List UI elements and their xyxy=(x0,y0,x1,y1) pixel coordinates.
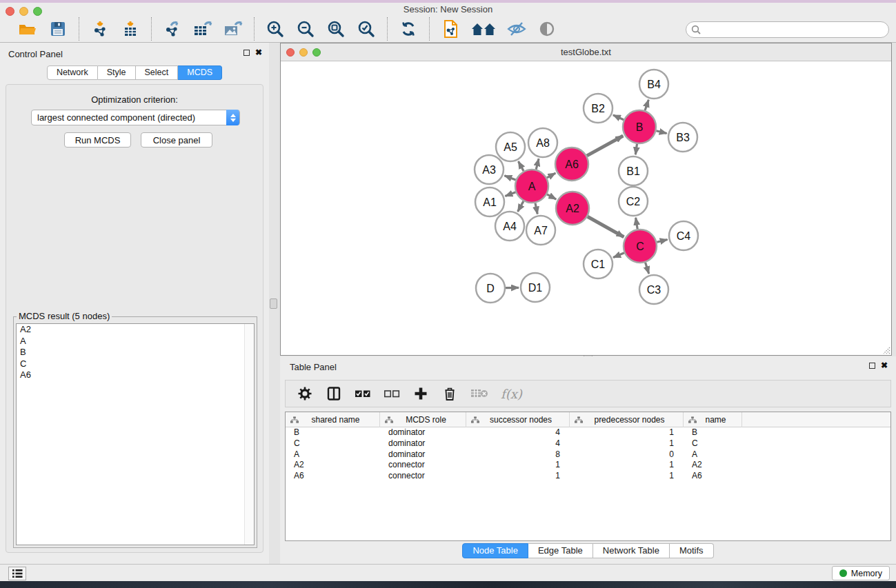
import-network-button[interactable] xyxy=(89,18,111,40)
tab-network-table[interactable]: Network Table xyxy=(593,543,670,558)
export-table-button[interactable] xyxy=(192,18,214,40)
graph-node-label: B3 xyxy=(676,132,690,143)
table-cell: A xyxy=(286,449,380,460)
graph-edge-A-A5[interactable] xyxy=(518,161,524,171)
result-item[interactable]: A6 xyxy=(17,369,254,381)
table-row[interactable]: Bdominator41B xyxy=(286,427,890,438)
table-cell: 1 xyxy=(570,427,684,438)
zoom-out-button[interactable] xyxy=(295,18,317,40)
result-scrollbar[interactable] xyxy=(244,324,254,545)
table-settings-button[interactable] xyxy=(297,385,313,403)
graph-edge-A-A4[interactable] xyxy=(518,201,524,212)
network-view-window: testGlobe.txt B4B2BB3A8A5A6A3B1AC2A1A2A4… xyxy=(280,43,892,356)
search-input[interactable] xyxy=(686,21,889,38)
zoom-fit-button[interactable] xyxy=(325,18,347,40)
table-cell: A2 xyxy=(286,460,380,471)
fx-icon: f(x) xyxy=(501,387,522,401)
tab-edge-table[interactable]: Edge Table xyxy=(528,543,593,558)
close-table-panel-icon[interactable]: ✖ xyxy=(881,363,888,369)
graph-edge-A-A2[interactable] xyxy=(547,194,556,199)
column-header-shared-name[interactable]: shared name xyxy=(286,412,380,427)
deselect-all-button[interactable] xyxy=(384,385,400,403)
result-item[interactable]: B xyxy=(17,347,254,358)
delete-table-button[interactable] xyxy=(470,385,488,403)
import-network-icon xyxy=(91,20,109,38)
open-session-button[interactable] xyxy=(17,18,39,40)
table-cell: A6 xyxy=(286,471,380,482)
tab-mcds[interactable]: MCDS xyxy=(178,65,222,80)
graph-node-label: C1 xyxy=(591,258,606,270)
hide-selected-button[interactable] xyxy=(506,18,528,40)
table-row[interactable]: A6connector11A6 xyxy=(286,471,890,482)
graph-edge-C-C3[interactable] xyxy=(646,263,649,274)
graph-edge-A-A1[interactable] xyxy=(505,192,515,196)
graph-edge-B-B1[interactable] xyxy=(635,144,637,154)
column-header-successor-nodes[interactable]: successor nodes xyxy=(466,412,570,427)
show-hidden-button[interactable] xyxy=(536,18,558,40)
uncheck-all-icon xyxy=(384,389,400,398)
table-header-row: shared nameMCDS rolesuccessor nodesprede… xyxy=(286,412,890,427)
show-columns-button[interactable] xyxy=(326,385,342,403)
table-cell: 1 xyxy=(466,471,570,482)
zoom-in-button[interactable] xyxy=(264,18,286,40)
tab-style[interactable]: Style xyxy=(98,65,136,80)
refresh-button[interactable] xyxy=(397,18,419,40)
tab-select[interactable]: Select xyxy=(136,65,179,80)
task-history-button[interactable] xyxy=(8,567,26,580)
save-session-button[interactable] xyxy=(47,18,69,40)
delete-column-button[interactable] xyxy=(441,385,458,403)
close-panel-button[interactable]: Close panel xyxy=(141,132,212,148)
result-item[interactable]: A2 xyxy=(17,324,254,336)
export-group xyxy=(152,17,254,41)
column-header-name[interactable]: name xyxy=(684,412,742,427)
table-row[interactable]: Adominator80A xyxy=(286,449,890,460)
import-table-button[interactable] xyxy=(119,18,141,40)
home-button[interactable] xyxy=(470,18,497,40)
function-builder-button[interactable]: f(x) xyxy=(501,385,522,403)
window-title: Session: New Session xyxy=(0,4,896,14)
tab-network[interactable]: Network xyxy=(47,65,98,80)
graph-node-label: A7 xyxy=(534,225,548,236)
result-item[interactable]: C xyxy=(17,358,254,370)
graph-edge-C-C4[interactable] xyxy=(657,240,667,243)
graph-edge-C-C1[interactable] xyxy=(613,253,624,258)
run-mcds-button[interactable]: Run MCDS xyxy=(64,132,131,148)
result-item[interactable]: A xyxy=(17,336,254,347)
graph-edge-A-A7[interactable] xyxy=(535,203,537,214)
graph-edge-B-B2[interactable] xyxy=(613,115,624,120)
network-window-titlebar: testGlobe.txt xyxy=(281,43,891,61)
graph-edge-A-A8[interactable] xyxy=(536,159,539,170)
memory-button[interactable]: Memory xyxy=(832,566,890,580)
close-panel-icon[interactable]: ✖ xyxy=(255,50,262,56)
graph-edge-B-B4[interactable] xyxy=(645,100,648,111)
resize-grip[interactable] xyxy=(881,345,890,354)
graph-edge-C-C2[interactable] xyxy=(636,218,638,230)
zoom-selected-button[interactable] xyxy=(355,18,377,40)
create-column-button[interactable] xyxy=(412,385,429,403)
graph-edge-A-A3[interactable] xyxy=(504,176,515,180)
graph-edge-A2-C[interactable] xyxy=(588,216,624,237)
graph-edge-A-A6[interactable] xyxy=(547,173,555,178)
shared-column-icon xyxy=(575,416,583,423)
float-panel-icon[interactable] xyxy=(243,50,250,56)
export-image-button[interactable] xyxy=(222,18,244,40)
tab-node-table[interactable]: Node Table xyxy=(462,543,528,558)
float-table-panel-icon[interactable] xyxy=(869,363,875,369)
save-floppy-icon xyxy=(50,21,66,37)
table-row[interactable]: Cdominator41C xyxy=(286,438,890,449)
network-from-file-button[interactable] xyxy=(439,18,461,40)
network-canvas[interactable]: B4B2BB3A8A5A6A3B1AC2A1A2A4A7C4CC1DD1C3 xyxy=(281,61,891,355)
criterion-select[interactable]: largest connected component (directed) xyxy=(31,110,240,125)
toolbar-search xyxy=(686,21,889,38)
export-network-button[interactable] xyxy=(161,18,183,40)
eye-slash-icon xyxy=(506,21,527,37)
column-header-predecessor-nodes[interactable]: predecessor nodes xyxy=(570,412,684,427)
graph-edge-A6-B[interactable] xyxy=(587,136,623,156)
select-all-button[interactable] xyxy=(355,385,371,403)
zoom-out-icon xyxy=(297,20,315,38)
tab-motifs[interactable]: Motifs xyxy=(670,543,714,558)
column-header-MCDS-role[interactable]: MCDS role xyxy=(380,412,466,427)
vertical-split-handle[interactable] xyxy=(270,298,277,309)
graph-edge-B-B3[interactable] xyxy=(656,131,666,134)
table-row[interactable]: A2connector11A2 xyxy=(286,460,890,471)
